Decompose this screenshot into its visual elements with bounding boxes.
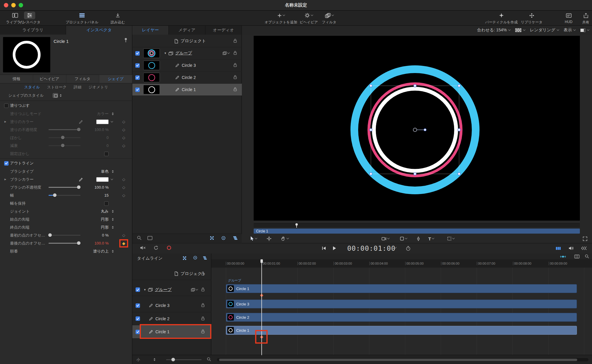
- timecode-display[interactable]: 00:00:01:00: [347, 245, 395, 252]
- lock-icon[interactable]: [201, 329, 205, 334]
- subtab-geometry[interactable]: ジオメトリ: [89, 85, 108, 90]
- camera-tool[interactable]: [382, 237, 389, 241]
- mute-icon[interactable]: [140, 246, 146, 251]
- playhead[interactable]: [261, 259, 262, 355]
- fill-color-keyframe[interactable]: ◇: [115, 119, 132, 124]
- playback-range-icon[interactable]: [406, 246, 411, 251]
- shape-tool[interactable]: [400, 237, 407, 241]
- jump-start-button[interactable]: [322, 246, 326, 250]
- keyframe-navigate-icon[interactable]: [560, 254, 566, 260]
- timeline-zoom-icon[interactable]: [585, 254, 589, 260]
- circle3-visibility-checkbox[interactable]: [136, 303, 140, 308]
- subtab-style[interactable]: スタイル: [24, 85, 40, 90]
- blend-popup[interactable]: [223, 51, 229, 55]
- brush-opacity-slider[interactable]: [49, 187, 81, 188]
- mini-playhead[interactable]: [296, 224, 297, 228]
- first-point-offset-keyframe[interactable]: ◇: [115, 233, 132, 237]
- audio-icon[interactable]: [569, 246, 574, 250]
- anchor-point-handle[interactable]: [413, 128, 426, 132]
- circle1-visibility-checkbox[interactable]: [136, 330, 140, 334]
- tl-row-circle3[interactable]: Circle 3: [132, 299, 211, 312]
- zoom-level-popup[interactable]: 合わせる: 154%: [477, 27, 510, 33]
- layer-row-circle3[interactable]: Circle 3: [132, 59, 242, 72]
- fill-checkbox[interactable]: [4, 103, 9, 108]
- adjust-anchor-tool[interactable]: [267, 236, 271, 241]
- joint-popup[interactable]: [109, 210, 115, 213]
- circle1-visibility-checkbox[interactable]: [135, 88, 140, 92]
- lock-icon[interactable]: [201, 271, 205, 276]
- hud-button[interactable]: HUD: [560, 12, 577, 24]
- tl-row-project[interactable]: プロジェクト: [132, 268, 211, 280]
- layer-row-project[interactable]: プロジェクト: [132, 35, 242, 47]
- track-bar-circle1[interactable]: Circle 1: [226, 326, 577, 335]
- fixed-feather-checkbox[interactable]: [104, 152, 109, 156]
- brush-opacity-keyframe[interactable]: ◇: [115, 185, 132, 190]
- end-cap-popup[interactable]: [109, 226, 115, 229]
- zoom-stepper[interactable]: [154, 358, 155, 361]
- mask-tool[interactable]: [447, 237, 454, 241]
- canvas-clip-bar[interactable]: Circle 1: [254, 229, 580, 234]
- first-point-offset-slider[interactable]: [49, 235, 81, 236]
- group-visibility-checkbox[interactable]: [136, 287, 140, 292]
- project-panel-button[interactable]: プロジェクトパネル: [64, 12, 100, 25]
- layer-row-circle1[interactable]: Circle 1: [132, 84, 242, 96]
- list-view-icon[interactable]: [147, 236, 152, 241]
- show-behaviors-icon[interactable]: [193, 255, 197, 261]
- eyedropper-icon[interactable]: [79, 177, 83, 182]
- track-bar-circle1-group[interactable]: Circle 1: [226, 284, 577, 293]
- fill-falloff-slider[interactable]: [49, 145, 81, 146]
- tab-library[interactable]: ライブラリ: [0, 26, 66, 35]
- fill-mode-popup[interactable]: [109, 112, 115, 115]
- lock-icon[interactable]: [233, 63, 237, 68]
- lock-icon[interactable]: [233, 75, 237, 80]
- brush-color-swatch[interactable]: [96, 177, 109, 182]
- tab-filters[interactable]: フィルタ: [66, 75, 99, 83]
- track-bar-circle2[interactable]: Circle 2: [226, 313, 577, 322]
- fill-color-popup[interactable]: [109, 122, 115, 122]
- tab-behaviors[interactable]: ビヘイビア: [33, 75, 66, 83]
- order-popup[interactable]: [109, 250, 115, 253]
- disclosure-icon[interactable]: ▶: [4, 178, 6, 181]
- zoom-magnifier-icon[interactable]: [207, 357, 211, 362]
- import-button[interactable]: 読み込む: [104, 12, 131, 25]
- lock-icon[interactable]: [233, 87, 237, 92]
- render-popup[interactable]: レンダリング: [530, 27, 559, 33]
- close-window-button[interactable]: [4, 3, 8, 7]
- disclosure-down-icon[interactable]: ▼: [164, 52, 167, 55]
- marker-skip-icon[interactable]: [581, 246, 587, 250]
- track-bar-circle3[interactable]: Circle 3: [226, 300, 577, 308]
- lock-icon[interactable]: [233, 51, 237, 56]
- minimize-window-button[interactable]: [11, 3, 16, 7]
- start-cap-popup[interactable]: [109, 218, 115, 221]
- lock-icon[interactable]: [201, 287, 205, 292]
- tl-row-group[interactable]: ▼ グループ: [132, 284, 211, 296]
- text-tool[interactable]: T: [428, 236, 434, 241]
- white-circle-shape[interactable]: [374, 89, 456, 171]
- blend-popup[interactable]: [191, 288, 198, 292]
- group-visibility-checkbox[interactable]: [135, 51, 140, 56]
- timeline-hscrollbar[interactable]: [217, 358, 588, 361]
- fill-falloff-keyframe[interactable]: ◇: [115, 143, 132, 148]
- tab-media[interactable]: メディア: [169, 26, 205, 35]
- fill-opacity-slider[interactable]: [49, 129, 81, 130]
- circle2-visibility-checkbox[interactable]: [136, 316, 140, 321]
- outline-checkbox[interactable]: [4, 161, 9, 166]
- pan-tool[interactable]: [281, 236, 289, 241]
- view-popup[interactable]: 表示: [564, 27, 575, 33]
- subtab-stroke[interactable]: ストローク: [47, 85, 67, 90]
- tab-audio[interactable]: オーディオ: [205, 26, 242, 35]
- preserve-width-checkbox[interactable]: [104, 201, 109, 206]
- make-particles-button[interactable]: パーティクルを作成: [481, 12, 522, 25]
- record-icon[interactable]: [167, 245, 171, 251]
- tab-shape[interactable]: シェイプ: [99, 75, 132, 83]
- show-filters-icon[interactable]: [233, 236, 238, 241]
- layout-popup[interactable]: [580, 28, 589, 32]
- brush-type-popup[interactable]: [109, 170, 115, 173]
- lock-icon[interactable]: [233, 38, 237, 44]
- width-slider[interactable]: [49, 195, 81, 196]
- channel-view-popup[interactable]: [515, 28, 525, 32]
- tab-info[interactable]: 情報: [0, 75, 33, 83]
- play-button[interactable]: [332, 246, 336, 250]
- fill-feather-slider[interactable]: [49, 137, 81, 138]
- inspector-button[interactable]: インスペクタ: [17, 12, 43, 25]
